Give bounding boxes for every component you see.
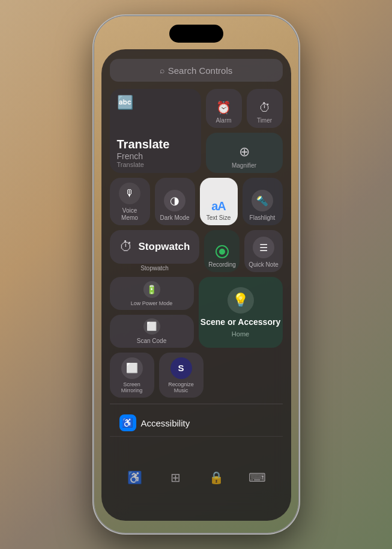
nav-keyboard-icon[interactable]: ⌨ — [247, 467, 268, 488]
quick-note-tile[interactable]: ☰ Quick Note — [244, 230, 282, 272]
nav-row: ♿ ⊞ 🔒 ⌨ — [110, 441, 283, 514]
dark-mode-label: Dark Mode — [160, 214, 190, 222]
flashlight-icon: 🔦 — [252, 190, 273, 211]
alarm-icon: ⏰ — [216, 100, 231, 115]
search-controls-bar[interactable]: ⌕ Search Controls — [110, 59, 283, 82]
low-power-icon: 🔋 — [143, 281, 160, 298]
translate-label: Translate — [117, 161, 170, 168]
nav-grid-icon[interactable]: ⊞ — [165, 467, 187, 488]
text-size-tile[interactable]: aA Text Size — [200, 178, 238, 225]
low-power-label: Low Power Mode — [131, 301, 173, 307]
divider — [110, 404, 283, 404]
flashlight-label: Flashlight — [250, 214, 276, 222]
screen-mirroring-label: Screen Mirroring — [113, 382, 151, 394]
scene-label: Home — [232, 330, 249, 338]
translate-subtitle: French — [117, 151, 170, 161]
search-placeholder: Search Controls — [168, 65, 233, 76]
search-icon: ⌕ — [160, 65, 164, 75]
translate-icon: 🔤 — [117, 95, 133, 111]
flashlight-tile[interactable]: 🔦 Flashlight — [243, 178, 283, 225]
row-1: 🔤 Translate French Translate ⏰ Alarm — [110, 89, 283, 173]
timer-label: Timer — [257, 117, 272, 124]
voice-memo-label: Voice Memo — [113, 207, 146, 222]
stopwatch-icon: ⏱ — [119, 239, 133, 255]
accessibility-icon: ♿ — [119, 414, 136, 431]
text-size-label: Text Size — [207, 214, 231, 222]
recognize-music-label: Recognize Music — [163, 382, 200, 394]
low-power-tile[interactable]: 🔋 Low Power Mode — [110, 277, 194, 310]
screen: ⌕ Search Controls 🔤 Translate French Tra… — [94, 16, 298, 533]
accessibility-row[interactable]: ♿ Accessibility — [110, 410, 283, 437]
phone-frame: ⌕ Search Controls 🔤 Translate French Tra… — [94, 16, 298, 533]
row5-spacer — [208, 353, 283, 398]
scene-icon: 💡 — [228, 287, 254, 314]
row-3: ⏱ Stopwatch Stopwatch Recording ☰ — [110, 230, 283, 272]
text-size-text: aA — [211, 199, 226, 213]
stopwatch-tile[interactable]: ⏱ Stopwatch — [110, 230, 200, 264]
timer-icon: ⏱ — [259, 101, 271, 115]
nav-lock-icon[interactable]: 🔒 — [206, 467, 228, 488]
dynamic-island — [169, 25, 223, 43]
scan-code-label: Scan Code — [137, 338, 166, 345]
row-4: 🔋 Low Power Mode ⬜ Scan Code 💡 Scene or — [110, 277, 283, 348]
dark-mode-tile[interactable]: ◑ Dark Mode — [155, 178, 195, 225]
scene-title: Scene or Accessory — [201, 317, 280, 327]
accessibility-label: Accessibility — [141, 418, 190, 428]
scan-code-tile[interactable]: ⬜ Scan Code — [110, 315, 194, 348]
timer-tile[interactable]: ⏱ Timer — [247, 89, 283, 128]
screen-mirroring-tile[interactable]: ⬜ Screen Mirroring — [110, 353, 154, 398]
stopwatch-label: Stopwatch — [110, 265, 200, 272]
alarm-tile[interactable]: ⏰ Alarm — [206, 89, 242, 128]
row-2: 🎙 Voice Memo ◑ Dark Mode aA Text Size — [110, 178, 283, 225]
alarm-label: Alarm — [216, 117, 231, 124]
screen-mirroring-icon: ⬜ — [121, 357, 143, 379]
stopwatch-wrap: ⏱ Stopwatch Stopwatch — [110, 230, 200, 272]
scene-tile[interactable]: 💡 Scene or Accessory Home — [199, 277, 283, 348]
stopwatch-title: Stopwatch — [139, 241, 190, 253]
dark-mode-icon: ◑ — [164, 190, 185, 211]
right-column: ⏰ Alarm ⏱ Timer ⊕ Magnifier — [206, 89, 283, 173]
control-center-panel: ⌕ Search Controls 🔤 Translate French Tra… — [101, 49, 291, 521]
recognize-music-icon: S — [170, 357, 192, 379]
magnifier-icon: ⊕ — [239, 144, 250, 160]
magnifier-tile[interactable]: ⊕ Magnifier — [206, 133, 283, 173]
quick-note-icon: ☰ — [253, 237, 274, 258]
recording-label: Recording — [208, 261, 236, 268]
voice-memo-tile[interactable]: 🎙 Voice Memo — [110, 178, 150, 225]
recording-icon — [216, 245, 229, 258]
row-5: ⬜ Screen Mirroring S Recognize Music — [110, 353, 283, 398]
nav-accessibility-icon[interactable]: ♿ — [124, 467, 146, 488]
scan-code-icon: ⬜ — [143, 318, 160, 335]
translate-title: Translate — [117, 138, 170, 151]
left-inner-col: 🔋 Low Power Mode ⬜ Scan Code — [110, 277, 194, 348]
voice-memo-icon: 🎙 — [119, 183, 140, 204]
quick-note-label: Quick Note — [249, 261, 278, 268]
recording-tile[interactable]: Recording — [204, 230, 240, 272]
recognize-music-tile[interactable]: S Recognize Music — [159, 353, 204, 398]
magnifier-label: Magnifier — [232, 162, 256, 169]
alarm-timer-row: ⏰ Alarm ⏱ Timer — [206, 89, 283, 128]
translate-tile[interactable]: 🔤 Translate French Translate — [110, 89, 201, 173]
